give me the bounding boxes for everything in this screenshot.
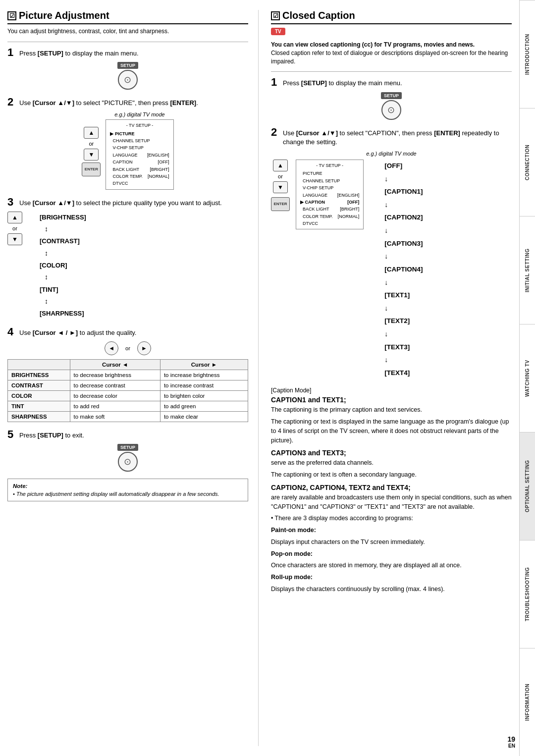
right-setup-label-1: SETUP	[381, 92, 402, 99]
right-subtitle-bold: You can view closed captioning (cc) for …	[271, 41, 475, 48]
caption-options-chain: [OFF] ↓ [CAPTION1] ↓ [CAPTION2] ↓ [CAPTI…	[384, 160, 423, 379]
setup-label-5: SETUP	[117, 444, 138, 451]
right-step-1: 1 Press [SETUP] to display the main menu…	[271, 77, 512, 119]
tv-badge: TV	[271, 28, 285, 35]
tab-troubleshooting[interactable]: TROUBLESHOOTING	[520, 540, 535, 648]
nav-down-btn: ▼	[84, 149, 99, 161]
cap-arrow-0: ↓	[384, 172, 421, 186]
remote-btn-5: ⊙	[118, 452, 138, 472]
cap-arrow-6: ↓	[384, 327, 421, 341]
right-step-num-2: 2	[271, 127, 280, 138]
tab-introduction[interactable]: INTRODUCTION	[520, 0, 535, 108]
caption-nav-down: ▼	[273, 181, 288, 193]
chain-arrow-2: ↕	[45, 247, 48, 260]
right-step-1-text: Press [SETUP] to display the main menu.	[283, 77, 402, 88]
caption-section-title-2: CAPTION3 and TEXT3;	[271, 448, 512, 458]
cap-arrow-7: ↓	[384, 353, 421, 367]
caption-1: [CAPTION1]	[384, 185, 423, 198]
right-step-2: 2 Use [Cursor ▲/▼] to select "CAPTION", …	[271, 127, 512, 379]
eg-label-step2: e.g.) digital TV mode	[106, 111, 173, 117]
right-remote-btn-1: ⊙	[381, 100, 401, 120]
caption-section-title-1: CAPTION1 and TEXT1;	[271, 395, 512, 405]
step5-setup-illustration: SETUP ⊙	[7, 444, 248, 472]
tab-optional-setting[interactable]: OPTIONAL SETTING	[520, 432, 535, 540]
note-box: Note: • The picture adjustment setting d…	[7, 479, 248, 501]
page-number-container: 19 EN	[507, 735, 515, 749]
page-lang: EN	[507, 743, 515, 749]
row-left-sharpness: to make soft	[70, 411, 160, 422]
caption-right-content: ▲ or ▼ ENTER - TV SETUP - PICTURE	[271, 160, 512, 379]
chain-sharpness: [SHARPNESS]	[40, 308, 84, 319]
setup-label-1: SETUP	[117, 62, 138, 69]
tab-connection[interactable]: CONNECTION	[520, 108, 535, 216]
pop-on-title: Pop-on mode:	[271, 549, 512, 559]
caption-enter-btn: ENTER	[271, 197, 290, 211]
row-right-contrast: to increase contrast	[160, 380, 248, 390]
caption-descriptions: [Caption Mode] CAPTION1 and TEXT1; The c…	[271, 386, 512, 594]
left-section-title: ☑ Picture Adjustment	[7, 10, 248, 24]
step2-nav-up-row: ▲	[82, 127, 101, 139]
caption-2: [CAPTION2]	[384, 211, 423, 224]
row-right-brightness: to increase brightness	[160, 370, 248, 380]
lr-nav: ◄ or ►	[7, 341, 248, 355]
step3-or: or	[12, 225, 17, 231]
left-arrow-btn: ◄	[105, 341, 118, 355]
tv-menu-step2: - TV SETUP - ▶ PICTURE CHANNEL SETUP V-C…	[106, 119, 173, 190]
lr-or: or	[125, 345, 130, 351]
row-label-color: COLOR	[8, 390, 70, 401]
step-5-text: Press [SETUP] to exit.	[19, 429, 84, 440]
row-right-sharpness: to make clear	[160, 411, 248, 422]
row-right-color: to brighten color	[160, 390, 248, 401]
table-header-cursor-right: Cursor ►	[160, 359, 248, 370]
row-left-brightness: to decrease brightness	[70, 370, 160, 380]
step-num-5: 5	[7, 429, 16, 440]
text-3: [TEXT3]	[384, 341, 423, 354]
page-number: 19	[507, 735, 515, 743]
chain-arrow-1: ↕	[45, 223, 48, 235]
caption-nav-area: ▲ or ▼ ENTER	[271, 160, 290, 211]
caption-section-text-1a: The captioning is the primary caption an…	[271, 405, 512, 415]
right-subtitle-normal: Closed caption refer to text of dialogue…	[271, 50, 508, 65]
chain-tint: [TINT]	[40, 284, 58, 295]
or-label: or	[84, 141, 99, 147]
left-title: Picture Adjustment	[19, 10, 109, 21]
right-step-2-text: Use [Cursor ▲/▼] to select "CAPTION", th…	[283, 127, 512, 147]
roll-up-text: Displays the characters continuously by …	[271, 585, 512, 594]
caption-section-text-3b: • There are 3 display modes according to…	[271, 514, 512, 523]
caption-or: or	[278, 173, 283, 179]
right-subtitle: You can view closed captioning (cc) for …	[271, 41, 512, 65]
left-step-2: 2 Use [Cursor ▲/▼] to select "PICTURE", …	[7, 97, 248, 190]
right-section-title: ☑ Closed Caption	[271, 10, 512, 24]
chain-arrow-4: ↕	[45, 295, 48, 308]
caption-3: [CAPTION3]	[384, 237, 423, 250]
chain-brightness: [BRIGHTNESS]	[40, 212, 86, 223]
tab-initial-setting[interactable]: INITIAL SETTING	[520, 216, 535, 324]
row-left-contrast: to decrease contrast	[70, 380, 160, 390]
step-num-1: 1	[7, 47, 16, 58]
table-row: SHARPNESS to make soft to make clear	[8, 411, 248, 422]
cap-arrow-1: ↓	[384, 198, 421, 212]
tab-information[interactable]: INFORMATION	[520, 648, 535, 756]
step2-menu-illustration: ▲ or ▼ ENTER e.g.) digital TV mode	[7, 111, 248, 190]
roll-up-title: Roll-up mode:	[271, 573, 512, 582]
caption-section-text-2b: The captioning or text is often a second…	[271, 470, 512, 480]
table-row: TINT to add red to add green	[8, 401, 248, 411]
step3-content: ▲ or ▼ [BRIGHTNESS] ↕ [CONTRAST] ↕	[7, 212, 248, 320]
paint-on-title: Paint-on mode:	[271, 526, 512, 535]
tab-watching-tv[interactable]: WATCHING TV	[520, 324, 535, 432]
right-title: Closed Caption	[282, 10, 355, 21]
step-1-text: Press [SETUP] to display the main menu.	[19, 47, 139, 58]
step-2-text: Use [Cursor ▲/▼] to select "PICTURE", th…	[19, 97, 198, 108]
row-label-contrast: CONTRAST	[8, 380, 70, 390]
row-left-tint: to add red	[70, 401, 160, 411]
paint-on-text: Displays input characters on the TV scre…	[271, 538, 512, 547]
pop-on-text: Once characters are stored in memory, th…	[271, 561, 512, 570]
step-3-text: Use [Cursor ▲/▼] to select the picture q…	[19, 197, 222, 208]
left-step-4: 4 Use [Cursor ◄ / ►] to adjust the quali…	[7, 326, 248, 422]
step3-up-btn: ▲	[7, 212, 22, 223]
row-label-tint: TINT	[8, 401, 70, 411]
step-num-2: 2	[7, 97, 16, 108]
tv-menu-caption: - TV SETUP - PICTURE CHANNEL SETUP V-CHI…	[296, 160, 364, 230]
step-num-3: 3	[7, 197, 16, 208]
chain-arrow-3: ↕	[45, 271, 48, 283]
